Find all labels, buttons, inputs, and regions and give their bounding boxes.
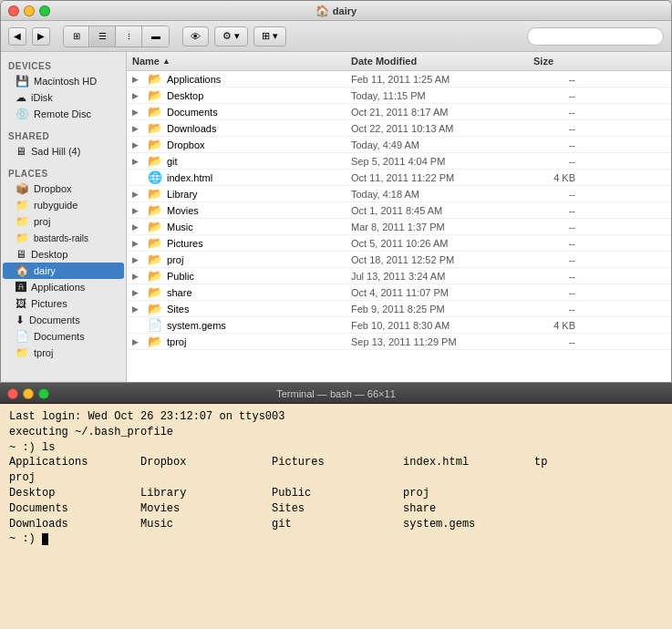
folder-icon: 📂	[148, 285, 162, 299]
table-row[interactable]: 📄system.gemsFeb 10, 2011 8:30 AM4 KB	[127, 317, 671, 334]
column-view-button[interactable]: ⫶	[117, 26, 142, 46]
terminal-content[interactable]: Last login: Wed Oct 26 23:12:07 on ttys0…	[0, 404, 672, 629]
sidebar-item-label: Macintosh HD	[34, 76, 97, 87]
table-row[interactable]: ▶📂shareOct 4, 2011 11:07 PM--	[127, 284, 671, 301]
file-size: --	[528, 270, 583, 283]
sidebar-item-remote-disc[interactable]: 💿 Remote Disc	[3, 106, 124, 122]
file-size: --	[528, 221, 583, 233]
sidebar-item-tproj[interactable]: 📁 tproj	[3, 345, 124, 361]
window-controls	[8, 5, 50, 16]
table-row[interactable]: ▶📂PicturesOct 5, 2011 10:26 AM--	[127, 235, 671, 252]
sidebar-item-dropbox[interactable]: 📦 Dropbox	[3, 180, 124, 197]
arrange-button[interactable]: ⊞ ▾	[253, 26, 286, 46]
table-row[interactable]: ▶📂DropboxToday, 4:49 AM--	[127, 137, 671, 153]
sidebar-item-proj[interactable]: 📁 proj	[3, 213, 124, 230]
expand-arrow-icon[interactable]: ▶	[132, 337, 143, 346]
file-date: Sep 5, 2011 4:04 PM	[346, 155, 528, 168]
back-button[interactable]: ◀	[8, 27, 26, 46]
devices-header: DEVICES	[1, 57, 126, 73]
table-row[interactable]: ▶📂MusicMar 8, 2011 1:37 PM--	[127, 219, 671, 235]
file-date: Today, 11:15 PM	[346, 89, 528, 102]
expand-arrow-icon[interactable]: ▶	[132, 222, 143, 232]
file-size: 4 KB	[528, 171, 583, 184]
sidebar-item-idisk[interactable]: ☁ iDisk	[3, 89, 124, 106]
table-row[interactable]: ▶📂ApplicationsFeb 11, 2011 1:25 AM--	[127, 71, 671, 88]
sidebar-item-label: Applications	[31, 282, 85, 293]
table-row[interactable]: ▶📂tprojSep 13, 2011 11:29 PM--	[127, 334, 671, 350]
expand-arrow-icon[interactable]: ▶	[132, 272, 143, 281]
file-size: --	[528, 303, 583, 315]
folder-icon: 📂	[148, 72, 162, 86]
sidebar-item-rubyguide[interactable]: 📁 rubyguide	[3, 197, 124, 213]
terminal-maximize-button[interactable]	[38, 388, 49, 399]
table-row[interactable]: 🌐index.htmlOct 11, 2011 11:22 PM4 KB	[127, 170, 671, 186]
sidebar-item-sad-hill[interactable]: 🖥 Sad Hill (4)	[3, 143, 124, 160]
list-view-button[interactable]: ☰	[90, 26, 116, 46]
sidebar-item-label: Desktop	[31, 249, 67, 260]
expand-arrow-icon[interactable]: ▶	[132, 124, 143, 133]
table-row[interactable]: ▶📂DocumentsOct 21, 2011 8:17 AM--	[127, 104, 671, 120]
sidebar-item-applications[interactable]: 🅰 Applications	[3, 279, 124, 295]
forward-button[interactable]: ▶	[32, 27, 50, 46]
minimize-button[interactable]	[24, 5, 35, 16]
table-row[interactable]: ▶📂DesktopToday, 11:15 PM--	[127, 88, 671, 104]
close-button[interactable]	[8, 5, 19, 16]
file-rows: ▶📂ApplicationsFeb 11, 2011 1:25 AM--▶📂De…	[127, 71, 671, 350]
date-column-header[interactable]: Date Modified	[346, 54, 528, 68]
file-date: Mar 8, 2011 1:37 PM	[346, 221, 528, 233]
terminal-minimize-button[interactable]	[23, 388, 34, 399]
maximize-button[interactable]	[39, 5, 50, 16]
table-row[interactable]: ▶📂LibraryToday, 4:18 AM--	[127, 186, 671, 202]
table-row[interactable]: ▶📂PublicJul 13, 2011 3:24 AM--	[127, 268, 671, 284]
cover-flow-button[interactable]: ▬	[143, 26, 169, 46]
name-column-header[interactable]: Name ▲	[127, 54, 346, 68]
table-row[interactable]: ▶📂SitesFeb 9, 2011 8:25 PM--	[127, 301, 671, 317]
file-name: proj	[167, 254, 183, 265]
sidebar-item-macintosh-hd[interactable]: 💾 Macintosh HD	[3, 73, 124, 89]
sidebar-item-label: rubyguide	[34, 200, 78, 211]
expand-arrow-icon[interactable]: ▶	[132, 288, 143, 297]
sidebar-item-bastards-rails[interactable]: 📁 bastards-rails	[3, 230, 124, 246]
table-row[interactable]: ▶📂gitSep 5, 2011 4:04 PM--	[127, 153, 671, 170]
eye-button[interactable]: 👁	[182, 26, 209, 46]
expand-arrow-icon[interactable]: ▶	[132, 157, 143, 166]
sidebar-item-dairy[interactable]: 🏠 dairy	[3, 263, 124, 279]
expand-arrow-icon[interactable]: ▶	[132, 255, 143, 264]
file-date: Oct 11, 2011 11:22 PM	[346, 171, 528, 184]
terminal-window: Terminal — bash — 66×11 Last login: Wed …	[0, 383, 672, 629]
expand-arrow-icon[interactable]: ▶	[132, 190, 143, 199]
folder-icon: 📂	[148, 154, 162, 168]
expand-arrow-icon[interactable]: ▶	[132, 239, 143, 248]
icon-view-button[interactable]: ⊞	[64, 26, 89, 46]
table-row[interactable]: ▶📂MoviesOct 1, 2011 8:45 AM--	[127, 202, 671, 219]
sidebar-item-desktop[interactable]: 🖥 Desktop	[3, 246, 124, 263]
sidebar-item-documents[interactable]: 📄 Documents	[3, 328, 124, 345]
expand-arrow-icon[interactable]: ▶	[132, 304, 143, 314]
terminal-close-button[interactable]	[7, 388, 18, 399]
expand-arrow-icon[interactable]: ▶	[132, 91, 143, 100]
expand-arrow-icon[interactable]: ▶	[132, 206, 143, 215]
gear-button[interactable]: ⚙ ▾	[214, 26, 248, 46]
file-size: --	[528, 188, 583, 201]
window-title-icon: 🏠	[315, 5, 329, 17]
expand-arrow-icon[interactable]: ▶	[132, 75, 143, 84]
sidebar-item-pictures[interactable]: 🖼 Pictures	[3, 295, 124, 312]
size-column-header[interactable]: Size	[528, 54, 583, 68]
title-bar: 🏠 dairy	[1, 1, 671, 21]
table-row[interactable]: ▶📂projOct 18, 2011 12:52 PM--	[127, 252, 671, 268]
file-name: share	[167, 287, 192, 298]
sidebar-item-downloads[interactable]: ⬇ Documents	[3, 312, 124, 328]
expand-arrow-icon[interactable]: ▶	[132, 108, 143, 117]
sidebar-item-label: bastards-rails	[34, 233, 88, 243]
folder-icon: 📂	[148, 187, 162, 201]
terminal-title: Terminal — bash — 66×11	[276, 388, 396, 399]
sidebar-item-label: Pictures	[31, 298, 67, 309]
table-row[interactable]: ▶📂DownloadsOct 22, 2011 10:13 AM--	[127, 120, 671, 137]
file-name: Dropbox	[167, 139, 205, 150]
hard-drive-icon: 💾	[16, 75, 29, 88]
expand-arrow-icon[interactable]: ▶	[132, 140, 143, 150]
folder-icon: 📁	[16, 215, 29, 228]
finder-window: 🏠 dairy ◀ ▶ ⊞ ☰ ⫶ ▬ 👁 ⚙ ▾ ⊞ ▾ DEVICES 💾 …	[0, 0, 672, 383]
search-input[interactable]	[527, 27, 664, 46]
file-size: --	[528, 155, 583, 168]
